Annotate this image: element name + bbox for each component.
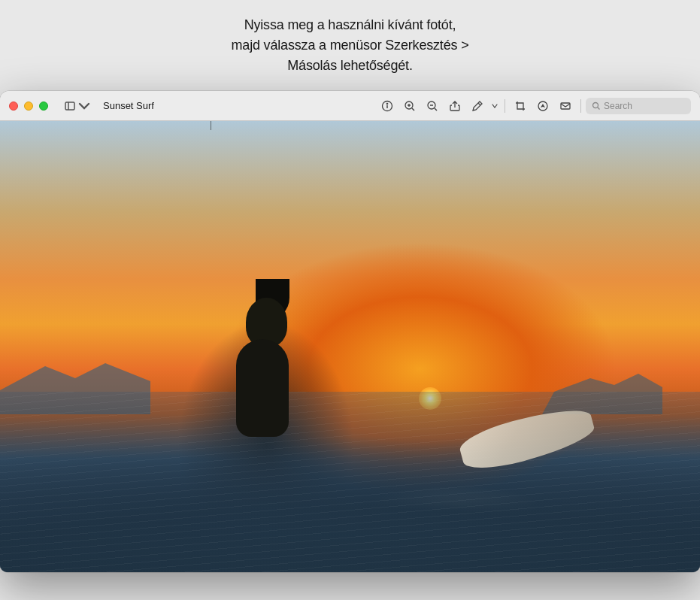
share-button[interactable] [444,95,465,117]
photo-background [0,121,700,572]
app-window: Sunset Surf [0,91,700,572]
markup-dropdown-button[interactable] [489,95,500,117]
maximize-button[interactable] [39,102,48,111]
content-area [0,121,700,572]
close-button[interactable] [9,102,18,111]
svg-rect-0 [65,102,74,110]
svg-point-15 [593,102,598,108]
search-field[interactable]: Search [586,98,691,114]
search-placeholder: Search [604,101,632,111]
callout-line [211,121,211,130]
markup-button[interactable] [467,95,488,117]
search-icon [592,102,601,111]
tooltip-text: Nyissa meg a használni kívánt fotót, maj… [232,17,469,73]
person [210,271,315,437]
person-body [236,339,289,437]
zoom-out-button[interactable] [422,95,443,117]
toolbar-divider [505,99,505,113]
toolbar-divider-2 [580,99,581,113]
toolbar-right: Search [377,95,691,117]
minimize-button[interactable] [24,102,33,111]
svg-line-12 [478,103,480,105]
window-title: Sunset Surf [103,100,154,111]
svg-rect-14 [561,103,570,109]
mail-button[interactable] [555,95,576,117]
crop-button[interactable] [510,95,531,117]
sidebar-toggle[interactable] [60,98,94,114]
traffic-lights [9,102,48,111]
info-button[interactable] [377,95,398,117]
location-button[interactable] [532,95,553,117]
zoom-in-button[interactable] [399,95,420,117]
titlebar: Sunset Surf [0,91,700,121]
tooltip-area: Nyissa meg a használni kívánt fotót, maj… [0,8,700,91]
svg-line-8 [412,108,414,111]
water-shimmer [0,392,700,572]
svg-line-16 [598,107,600,109]
svg-line-11 [435,108,437,111]
svg-point-4 [386,103,387,104]
